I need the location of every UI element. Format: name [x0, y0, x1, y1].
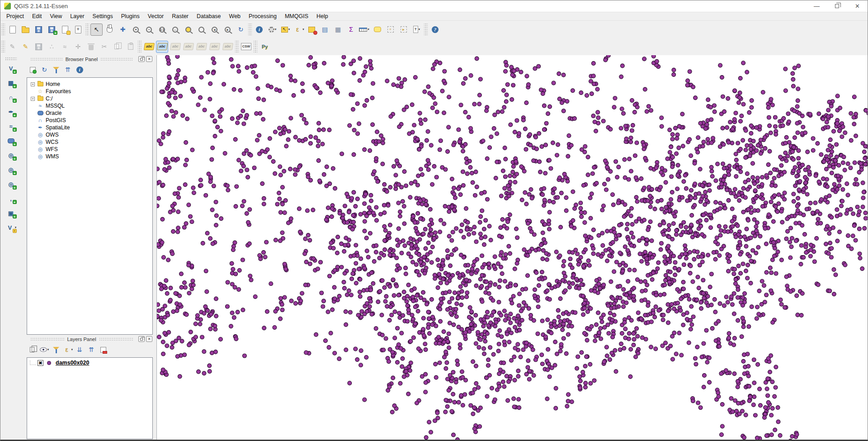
add-vector-layer-button[interactable]: V+ [5, 62, 17, 75]
add-delimited-text-layer-button[interactable]: ,+ [5, 193, 17, 205]
zoom-to-layer-button[interactable] [195, 24, 208, 36]
python-console-button[interactable]: Py [259, 41, 271, 53]
toolbar-drag-handle[interactable] [254, 41, 257, 52]
highlight-pinned-labels-button[interactable]: abc [156, 41, 168, 53]
browser-item-spatialite[interactable]: ✒SpatiaLite [27, 124, 152, 131]
menu-plugins[interactable]: Plugins [117, 13, 144, 20]
menu-settings[interactable]: Settings [89, 13, 117, 20]
layer-visibility-checkbox[interactable]: ✖ [38, 360, 43, 366]
browser-item-home[interactable]: +Home [27, 81, 152, 88]
menu-edit[interactable]: Edit [28, 13, 46, 20]
add-spatialite-layer-button[interactable]: ✒+ [5, 106, 17, 118]
menu-project[interactable]: Project [2, 13, 28, 20]
add-oracle-layer-button[interactable]: + [5, 135, 17, 147]
select-features-button[interactable]: ↖▾ [279, 24, 292, 36]
close-button[interactable]: ✕ [847, 0, 868, 12]
add-raster-layer-button[interactable]: ▦+ [5, 77, 17, 89]
zoom-full-button[interactable]: ↔ [169, 24, 181, 36]
new-layer-menu-button[interactable]: V*▾ [5, 222, 17, 234]
run-feature-action-button[interactable]: ▾ [266, 24, 278, 36]
menu-view[interactable]: View [46, 13, 66, 20]
text-annotation-dropdown-arrow[interactable]: ▾ [419, 28, 420, 31]
expand-all-button[interactable]: ⇊ [74, 344, 85, 355]
layer-row-dams00x020[interactable]: ✖dams00x020 [27, 359, 152, 367]
browser-item-postgis[interactable]: ∩PostGIS [27, 117, 152, 124]
new-project-button[interactable] [6, 24, 19, 36]
select-by-expression-dropdown-arrow[interactable]: ▾ [302, 28, 304, 31]
zoom-actual-button[interactable]: 1:1 [156, 24, 168, 36]
show-bookmarks-button[interactable]: ▸ [397, 24, 410, 36]
browser-item-ows[interactable]: ◎OWS [27, 131, 152, 138]
add-wfs-layer-button[interactable]: ◎+ [5, 178, 17, 190]
filter-browser-button[interactable] [51, 64, 61, 75]
menu-raster[interactable]: Raster [168, 13, 193, 20]
close-panel-button[interactable]: ✕ [146, 56, 152, 62]
browser-item-wcs[interactable]: ◎WCS [27, 138, 152, 146]
zoom-last-button[interactable]: ◂ [208, 24, 221, 36]
show-statistical-summary-button[interactable]: Σ [345, 24, 357, 36]
filter-legend-by-expression-button[interactable]: ε▾ [62, 344, 73, 355]
browser-item-wfs[interactable]: ◎WFS [27, 146, 152, 153]
touch-zoom-pan-button[interactable]: ↖ [90, 24, 103, 36]
zoom-next-button[interactable]: ▸ [222, 24, 234, 36]
new-print-composer-button[interactable] [59, 24, 71, 36]
add-selected-layer-button[interactable] [27, 64, 38, 75]
menu-processing[interactable]: Processing [245, 13, 281, 20]
save-project-button[interactable] [33, 24, 45, 36]
measure-button[interactable]: ▾ [358, 24, 370, 36]
pan-to-selection-button[interactable]: ✚ [117, 24, 129, 36]
manage-layer-visibility-button[interactable]: ▾ [39, 344, 50, 355]
add-mssql-layer-button[interactable]: ≈+ [5, 120, 17, 133]
menu-help[interactable]: Help [312, 13, 332, 20]
new-shapefile-layer-button[interactable]: ▣+ [5, 207, 17, 219]
browser-item-favourites[interactable]: ☆Favourites [27, 88, 152, 95]
collapse-all-button[interactable]: ⇈ [86, 344, 97, 355]
manage-layer-visibility-dropdown-arrow[interactable]: ▾ [47, 348, 49, 351]
toolbar-drag-handle[interactable] [1, 41, 5, 52]
float-panel-button[interactable] [138, 336, 145, 342]
filter-legend-by-expression-dropdown-arrow[interactable]: ▾ [71, 348, 73, 351]
close-panel-button[interactable]: ✕ [146, 336, 152, 342]
restore-button[interactable] [827, 0, 847, 12]
identify-features-button[interactable]: i [253, 24, 265, 36]
map-canvas[interactable] [157, 55, 868, 440]
pan-map-button[interactable] [104, 24, 116, 36]
expander-icon[interactable]: + [31, 97, 35, 101]
minimize-button[interactable]: — [807, 0, 827, 12]
add-wcs-layer-button[interactable]: ◎+ [5, 164, 17, 176]
field-calculator-button[interactable]: ▦ [332, 24, 344, 36]
toolbar-drag-handle[interactable] [424, 24, 428, 35]
remove-layer-group-button[interactable] [98, 344, 108, 355]
zoom-in-button[interactable]: + [130, 24, 142, 36]
metasearch-csw-button[interactable]: CSW [240, 41, 252, 53]
filter-legend-button[interactable] [51, 344, 61, 355]
expander-icon[interactable]: + [31, 82, 35, 86]
enable-properties-widget-button[interactable]: i [74, 64, 85, 75]
collapse-all-button[interactable]: ⇈ [62, 64, 73, 75]
toolbar-drag-handle[interactable] [138, 41, 142, 52]
zoom-out-button[interactable]: − [143, 24, 155, 36]
browser-item-oracle[interactable]: Oracle [27, 109, 152, 117]
toggle-editing-button[interactable]: ✎ [19, 41, 32, 53]
add-postgis-layer-button[interactable]: ∩+ [5, 91, 17, 104]
menu-web[interactable]: Web [225, 13, 245, 20]
text-annotation-button[interactable]: T▾ [410, 24, 423, 36]
toolbar-drag-handle[interactable] [235, 41, 239, 52]
menu-layer[interactable]: Layer [66, 13, 88, 20]
measure-dropdown-arrow[interactable]: ▾ [368, 28, 369, 31]
help-button[interactable]: ? [429, 24, 441, 36]
layers-panel-titlebar[interactable]: Layers Panel ✕ [21, 335, 154, 343]
map-tips-button[interactable] [371, 24, 383, 36]
toolbar-drag-handle[interactable] [1, 24, 5, 35]
select-features-dropdown-arrow[interactable]: ▾ [288, 28, 290, 31]
toolbar-drag-handle[interactable] [5, 57, 17, 60]
browser-panel-titlebar[interactable]: Browser Panel ✕ [21, 55, 154, 63]
map-refresh-button[interactable]: ↻ [235, 24, 247, 36]
add-group-button[interactable] [27, 344, 38, 355]
save-project-as-button[interactable]: + [46, 24, 58, 36]
composer-manager-button[interactable]: ✛ [72, 24, 84, 36]
browser-item-wms[interactable]: ◎WMS [27, 153, 152, 160]
toolbar-drag-handle[interactable] [248, 24, 252, 35]
zoom-to-selection-button[interactable] [182, 24, 194, 36]
new-bookmark-button[interactable]: + [384, 24, 396, 36]
